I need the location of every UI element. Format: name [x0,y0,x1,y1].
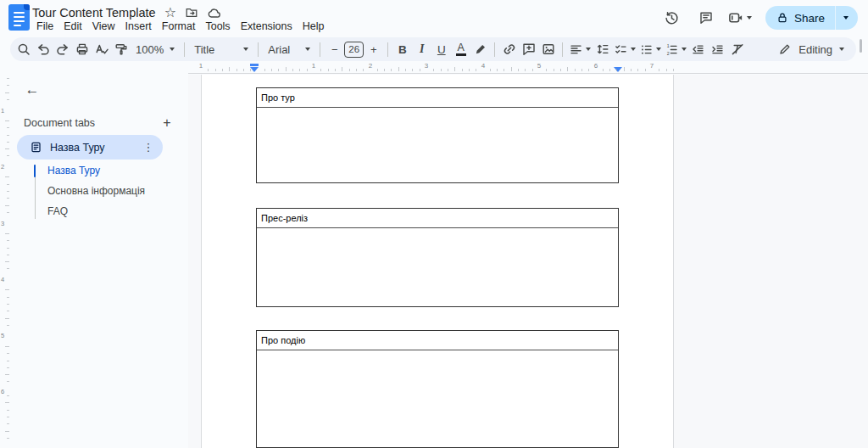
editing-mode-select[interactable]: Editing [773,39,849,59]
google-docs-logo-icon[interactable] [8,4,30,31]
clear-formatting-icon[interactable] [727,39,747,59]
ruler-tick [575,69,576,71]
table-header-cell[interactable]: Про тур [257,88,618,108]
insert-link-icon[interactable] [499,39,519,59]
menu-edit[interactable]: Edit [59,20,86,33]
tab-options-kebab-icon[interactable]: ⋮ [141,141,156,154]
decrease-font-size-button[interactable]: − [325,39,344,59]
chevron-down-icon [170,48,175,51]
checklist-select[interactable] [612,39,637,59]
star-icon[interactable]: ☆ [164,6,176,20]
ruler-tick [7,395,9,396]
spelling-check-icon[interactable] [92,39,111,59]
outline-item-faq[interactable]: FAQ [47,204,175,218]
ruler-tick [7,155,9,156]
line-spacing-icon[interactable] [593,39,612,59]
insert-image-icon[interactable] [538,39,558,59]
ruler-tick [229,67,230,71]
highlight-color-icon[interactable] [470,39,490,59]
first-line-indent-marker[interactable] [250,64,259,66]
italic-button[interactable]: I [412,39,431,59]
right-indent-marker[interactable] [614,67,622,72]
ruler-tick [278,69,279,71]
share-button-main[interactable]: Share [765,6,835,30]
vertical-ruler[interactable]: 1 2 3 4 5 6 [0,61,10,448]
ruler-tick [356,69,357,71]
add-tab-icon[interactable]: + [158,114,176,132]
search-menus-icon[interactable] [14,39,33,59]
menu-file[interactable]: File [32,20,58,33]
table-pro-tur[interactable]: Про тур [256,87,619,183]
open-comments-icon[interactable] [693,5,719,31]
sidebar-tab-nazva-turu[interactable]: Назва Туру ⋮ [17,135,163,160]
ruler-tick [581,69,582,71]
table-pres-reliz[interactable]: Прес-реліз [256,208,619,307]
document-title[interactable]: Tour Content Template [32,6,156,20]
paragraph-styles-select[interactable]: Title [189,39,253,59]
print-icon[interactable] [72,39,92,59]
underline-button[interactable]: U [431,39,451,59]
outline-active-indicator [34,165,36,177]
version-history-icon[interactable] [659,5,685,31]
ruler-tick [7,85,9,86]
font-family-select[interactable]: Arial [263,39,315,59]
vertical-scrollbar[interactable] [860,39,862,53]
paragraph-style-value: Title [194,43,214,56]
bulleted-list-select[interactable] [637,39,663,59]
document-canvas: Про тур Прес-реліз Про подію [188,75,868,448]
outline-item-nazva-turu[interactable]: Назва Туру [47,164,175,177]
ruler-number: 1 [199,62,203,70]
share-dropdown-arrow[interactable] [836,6,858,30]
bold-label: B [398,43,407,56]
menu-tools[interactable]: Tools [201,20,234,33]
ruler-tick [532,69,533,71]
ruler-tick [377,69,378,71]
ruler-tick [299,69,300,71]
move-to-folder-icon[interactable] [185,6,198,20]
menu-view[interactable]: View [88,20,120,33]
ruler-tick [469,69,470,71]
ruler-tick [433,69,434,71]
ruler-tick [497,69,498,71]
outline-item-osnovna-informatsiia[interactable]: Основна інформація [47,184,175,198]
font-size-input[interactable]: 26 [344,42,364,58]
menu-help[interactable]: Help [298,20,329,33]
increase-indent-icon[interactable] [708,39,727,59]
ruler-tick [405,69,406,71]
ruler-number: 3 [1,220,4,227]
zoom-select[interactable]: 100% [131,39,180,59]
ruler-tick [7,127,9,128]
increase-font-size-button[interactable]: + [364,39,383,59]
cloud-saved-icon[interactable] [207,6,221,20]
close-sidebar-back-icon[interactable]: ← [22,80,42,100]
paint-format-icon[interactable] [111,39,131,59]
text-color-button[interactable]: A [451,39,470,59]
horizontal-ruler[interactable]: 1 1 2 3 4 5 6 7 [188,61,868,74]
table-header-cell[interactable]: Прес-реліз [257,209,618,228]
ruler-number: 7 [650,62,654,70]
ruler-tick [490,69,491,71]
redo-icon[interactable] [53,39,72,59]
document-page[interactable]: Про тур Прес-реліз Про подію [201,75,674,448]
document-tabs-header: Document tabs + [24,114,176,132]
menu-format[interactable]: Format [158,20,200,33]
add-comment-icon[interactable] [519,39,538,59]
left-indent-marker[interactable] [250,67,259,72]
decrease-indent-icon[interactable] [688,39,708,59]
ruler-tick [7,381,9,382]
table-header-cell[interactable]: Про подію [257,331,618,350]
zoom-value: 100% [136,43,164,56]
undo-icon[interactable] [33,39,53,59]
ruler-tick [243,69,244,71]
ruler-tick [7,297,9,298]
ruler-tick [5,148,9,149]
ruler-number: 1 [1,107,4,115]
table-pro-podiiu[interactable]: Про подію [256,330,619,448]
ruler-number: 5 [537,62,541,70]
menu-insert[interactable]: Insert [121,20,156,33]
meet-call-control[interactable] [727,9,752,26]
menu-extensions[interactable]: Extensions [236,20,297,33]
bold-button[interactable]: B [392,39,412,59]
align-select[interactable] [567,39,593,59]
numbered-list-select[interactable]: 1 2 [663,39,688,59]
